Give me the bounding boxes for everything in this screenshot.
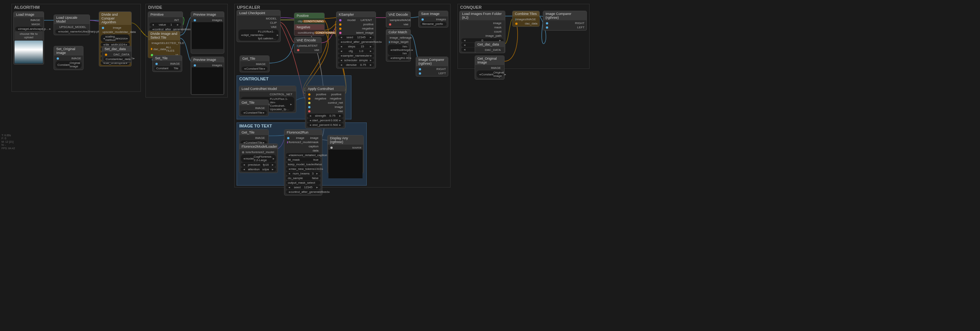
node-vae-encode[interactable]: VAE Encode pixelsLATENT vae	[294, 37, 322, 53]
in2[interactable]	[151, 48, 152, 50]
w3[interactable]: ◄end_percent0.500►	[307, 123, 343, 127]
in2[interactable]	[546, 26, 548, 29]
node-load-image[interactable]: Load Image IMAGE MASK ◄imageLandscape.p……	[13, 11, 44, 65]
w3[interactable]: keep_model_loadedfalse	[286, 162, 320, 166]
w1[interactable]: ◄taskmore_detailed_caption►	[286, 153, 320, 157]
in1[interactable]	[308, 93, 310, 96]
w6[interactable]: ◄schedulersimple►	[338, 58, 374, 62]
node-florence-run[interactable]: Florence2Run imageimage florence2_modelm…	[284, 129, 322, 196]
w2[interactable]: ◄strength1.00►	[388, 56, 409, 60]
node-combine-tiles[interactable]: Combine Tiles imagesIMAGE dac_data	[512, 11, 540, 27]
w9[interactable]: ◄control_after_generatefixed►	[286, 190, 320, 194]
node-get-dac[interactable]: Get_dac_data DAC_DATA	[475, 41, 505, 53]
w[interactable]: ConstantTile	[154, 66, 180, 70]
widget-model[interactable]: ◄model_name4xUltraSharp.pth►	[56, 29, 88, 34]
w1[interactable]: ◄value1►	[150, 23, 181, 27]
in2[interactable]	[287, 141, 288, 143]
node-set-tile[interactable]: Set_Tile IMAGE ConstantTile	[152, 55, 182, 72]
node-florence-loader[interactable]: Florence2ModelLoader loraflorence2_model…	[239, 143, 278, 173]
w1[interactable]: ◄strength0.75►	[307, 114, 343, 118]
in-img[interactable]	[102, 27, 104, 29]
in2[interactable]	[389, 41, 390, 43]
node-negative[interactable]: Negative conditioningCONDITIONING	[294, 24, 325, 36]
in[interactable]	[194, 64, 196, 67]
w2[interactable]: ◄start_percent0.000►	[307, 118, 343, 122]
in1[interactable]	[419, 68, 421, 70]
node-display-any[interactable]: Display Any (rgthree) source	[327, 135, 364, 173]
node-color-match[interactable]: Color Match image_refimage image_target …	[386, 29, 411, 62]
out: INT	[174, 18, 179, 22]
w3[interactable]: ◄steps15►	[338, 44, 374, 49]
w1[interactable]: ◄modelCogFlorence-2.2-Large►	[241, 155, 276, 162]
node-set-original[interactable]: Set_Original Image IMAGE ConstantOrigina…	[54, 46, 83, 70]
node-set-dac[interactable]: Set_dac_data DAC_DATA Constantdac_data	[102, 46, 132, 63]
w[interactable]: ConstantOriginal Image	[56, 61, 82, 68]
node-load-upscale[interactable]: Load Upscale Model UPSCALE_MODEL ◄model_…	[54, 15, 90, 35]
w7[interactable]: output_mask_select	[286, 181, 320, 185]
in2[interactable]	[339, 23, 341, 26]
node-divide-select[interactable]: Divide Image and Select Tile imageSELECT…	[148, 31, 180, 58]
w1[interactable]: ◄seed12345►	[338, 35, 374, 39]
w2[interactable]: fill_masktrue	[286, 158, 320, 162]
in2[interactable]	[308, 98, 310, 100]
in3[interactable]	[308, 102, 310, 104]
node-image-comparer[interactable]: Image Comparer (rgthree) RIGHT LEFT	[416, 57, 448, 77]
node-ksampler[interactable]: KSampler modelLATENT positive negative l…	[336, 11, 376, 68]
node-image-comparer2[interactable]: Image Comparer (rgthree) RIGHT LEFT	[543, 11, 587, 31]
in[interactable]	[194, 19, 196, 21]
in4[interactable]	[308, 106, 310, 108]
w1[interactable]: ◄methodhm-mvgd-hm►	[388, 44, 409, 55]
node-preview2[interactable]: Preview Image images	[191, 57, 224, 95]
node-get-tile2[interactable]: Get_Tile IMAGE ◄ConstantTile►	[239, 99, 269, 116]
in[interactable]	[421, 18, 424, 21]
in3[interactable]	[339, 28, 341, 30]
l: source	[352, 146, 361, 149]
o: image	[493, 21, 501, 25]
w2[interactable]: ◄control_after_generatefixed►	[338, 40, 374, 44]
in2[interactable]	[389, 23, 391, 26]
node-primitive[interactable]: Primitive INT ◄value1► ◄control_after_ge…	[148, 11, 183, 33]
in1[interactable]	[297, 45, 297, 47]
node-preview1[interactable]: Preview Image images	[191, 11, 224, 54]
w8[interactable]: ◄seed12345►	[286, 185, 320, 189]
o: CONTROL_NET	[270, 93, 292, 96]
in1[interactable]	[546, 22, 548, 24]
o: caption	[309, 145, 318, 148]
w[interactable]: ◄ConstantTile►	[241, 111, 267, 115]
in[interactable]	[105, 54, 107, 56]
node-load-checkpoint[interactable]: Load Checkpoint MODEL CLIP VAE ◄ckpt_nam…	[237, 10, 281, 42]
w2[interactable]: ◄precisionfp16►	[241, 163, 276, 167]
w[interactable]: filename_prefix	[420, 22, 446, 26]
in2[interactable]	[515, 23, 518, 25]
in5[interactable]	[308, 110, 310, 113]
node-get-original[interactable]: Get_Original Image IMAGE ◄ConstantOrigin…	[475, 55, 505, 80]
in[interactable]	[330, 147, 333, 149]
w[interactable]: ◄ConstantOriginal Image►	[477, 70, 503, 78]
node-vae-decode[interactable]: VAE Decode samplesIMAGE vae	[386, 11, 411, 28]
w1[interactable]: ◄scaling methodlanczos►	[101, 34, 130, 42]
w5[interactable]: ◄sampler_nameeuler►	[338, 54, 374, 58]
w3[interactable]: ◄attentionsdpa►	[241, 167, 276, 171]
node-get-tile1[interactable]: Get_Tile IMAGE ◄ConstantTile►	[240, 55, 270, 72]
preview-canvas	[192, 22, 223, 49]
w5[interactable]: ◄num_beams3►	[286, 171, 320, 176]
btn-choose-file[interactable]: choose file to upload	[15, 31, 43, 40]
w4[interactable]: ◄cfg1.0►	[338, 49, 374, 53]
in2[interactable]	[419, 72, 421, 75]
w4[interactable]: ◄max_new_tokens1310►	[286, 167, 320, 171]
w7[interactable]: ◄denoise0.75►	[338, 63, 374, 67]
node-save-image[interactable]: Save Image images filename_prefix	[418, 11, 448, 28]
in1[interactable]	[287, 137, 289, 139]
in2[interactable]	[297, 49, 299, 51]
w[interactable]: Constantdac_data	[104, 57, 130, 61]
w[interactable]: ◄ckpt_nameFLUX/flux1-dev-fp8.safeten…►	[238, 29, 279, 41]
w6[interactable]: do_samplefalse	[286, 176, 320, 180]
widget-image-select[interactable]: ◄imageLandscape.p…►	[15, 27, 42, 31]
in[interactable]	[242, 151, 244, 153]
w[interactable]: ◄ConstantTile►	[242, 67, 268, 71]
in1[interactable]	[339, 19, 341, 21]
in[interactable]	[155, 63, 158, 65]
in[interactable]	[57, 57, 59, 60]
node-apply-controlnet[interactable]: Apply ControlNet positivepositive negati…	[305, 86, 345, 129]
in4[interactable]	[339, 32, 341, 34]
